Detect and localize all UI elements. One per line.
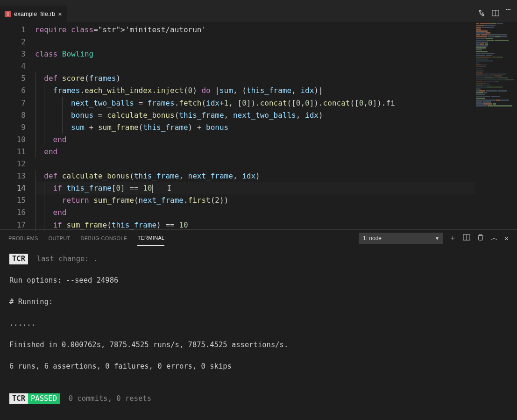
code-line[interactable]: end bbox=[35, 146, 517, 158]
new-terminal-icon[interactable]: ＋ bbox=[449, 234, 456, 242]
line-number: 3 bbox=[0, 48, 35, 60]
line-number: 9 bbox=[0, 121, 35, 134]
last-change-text: last change: . bbox=[37, 255, 98, 263]
code-line[interactable]: def calculate_bonus(this_frame, next_fra… bbox=[35, 170, 517, 182]
more-actions-icon[interactable]: ⋯ bbox=[506, 9, 511, 19]
kill-terminal-icon[interactable] bbox=[477, 234, 484, 243]
code-line[interactable] bbox=[35, 36, 517, 48]
bottom-panel: PROBLEMSOUTPUTDEBUG CONSOLETERMINAL 1: n… bbox=[0, 229, 517, 420]
editor-action-bar: ⋯ bbox=[478, 9, 517, 19]
line-number: 11 bbox=[0, 146, 35, 158]
code-line[interactable]: class Bowling bbox=[35, 48, 517, 60]
code-line[interactable]: bonus = calculate_bonus(this_frame, next… bbox=[35, 109, 517, 121]
split-terminal-icon[interactable] bbox=[463, 234, 470, 243]
line-number: 13 bbox=[0, 170, 35, 182]
line-number: 17 bbox=[0, 219, 35, 231]
line-number: 16 bbox=[0, 206, 35, 219]
line-number-gutter: 1234567891011121314151617 bbox=[0, 22, 35, 229]
line-number: 15 bbox=[0, 194, 35, 206]
running-header: # Running: bbox=[9, 297, 508, 307]
tcr-badge: TCR bbox=[9, 254, 28, 264]
ruby-file-icon bbox=[5, 11, 11, 17]
terminal-selector-label: 1: node bbox=[363, 235, 382, 242]
progress-dots: ...... bbox=[9, 318, 508, 329]
panel-tab-debug-console[interactable]: DEBUG CONSOLE bbox=[81, 231, 127, 246]
line-number: 8 bbox=[0, 109, 35, 121]
code-line[interactable]: sum + sum_frame(this_frame) + bonus bbox=[35, 121, 517, 134]
code-line[interactable]: next_two_balls = frames.fetch(idx+1, [0]… bbox=[35, 97, 517, 109]
code-line[interactable]: frames.each_with_index.inject(0) do |sum… bbox=[35, 85, 517, 97]
line-number: 14 bbox=[0, 182, 35, 194]
split-editor-icon[interactable] bbox=[492, 9, 499, 19]
code-line[interactable] bbox=[35, 158, 517, 170]
terminal-output[interactable]: TCR last change: . Run options: --seed 2… bbox=[0, 246, 517, 420]
code-content[interactable]: require class="str">'minitest/autorun'cl… bbox=[35, 22, 517, 229]
line-number: 2 bbox=[0, 36, 35, 48]
code-line[interactable]: end bbox=[35, 134, 517, 146]
code-line[interactable] bbox=[35, 60, 517, 72]
title-bar-spacer bbox=[0, 0, 517, 6]
maximize-panel-icon[interactable]: ︿ bbox=[491, 234, 498, 242]
line-number: 5 bbox=[0, 72, 35, 85]
tab-filename: example_file.rb bbox=[14, 10, 55, 17]
finished-line: Finished in 0.000762s, 7875.4525 runs/s,… bbox=[9, 340, 508, 350]
code-line[interactable]: require class="str">'minitest/autorun' bbox=[35, 24, 517, 36]
editor-tab-bar: example_file.rb × ⋯ bbox=[0, 6, 517, 22]
passed-badge: PASSED bbox=[28, 393, 60, 404]
line-number: 4 bbox=[0, 60, 35, 72]
line-number: 12 bbox=[0, 158, 35, 170]
source-control-icon[interactable] bbox=[478, 9, 485, 19]
editor-area[interactable]: 1234567891011121314151617 require class=… bbox=[0, 22, 517, 229]
run-options-line: Run options: --seed 24986 bbox=[9, 275, 508, 286]
close-panel-icon[interactable]: ✕ bbox=[504, 234, 509, 242]
code-line[interactable]: end bbox=[35, 206, 517, 219]
code-line[interactable]: def score(frames) bbox=[35, 72, 517, 85]
panel-tab-problems[interactable]: PROBLEMS bbox=[8, 231, 38, 246]
summary-line: 6 runs, 6 assertions, 0 failures, 0 erro… bbox=[9, 361, 508, 372]
line-number: 7 bbox=[0, 97, 35, 109]
code-line[interactable]: if sum_frame(this_frame) == 10 bbox=[35, 219, 517, 231]
editor-tab[interactable]: example_file.rb × bbox=[0, 6, 67, 22]
terminal-selector[interactable]: 1: node bbox=[359, 233, 443, 244]
panel-tab-bar: PROBLEMSOUTPUTDEBUG CONSOLETERMINAL 1: n… bbox=[0, 230, 517, 246]
minimap[interactable] bbox=[475, 22, 517, 229]
panel-tab-terminal[interactable]: TERMINAL bbox=[137, 230, 164, 246]
tcr-badge-2: TCR bbox=[9, 393, 28, 404]
commits-resets-text: 0 commits, 0 resets bbox=[69, 394, 151, 403]
line-number: 6 bbox=[0, 85, 35, 97]
close-tab-icon[interactable]: × bbox=[58, 10, 62, 18]
panel-tab-output[interactable]: OUTPUT bbox=[49, 231, 71, 246]
line-number: 10 bbox=[0, 134, 35, 146]
code-line[interactable]: return sum_frame(next_frame.first(2)) bbox=[35, 194, 517, 206]
line-number: 1 bbox=[0, 24, 35, 36]
code-line[interactable]: if this_frame[0] == 10 I bbox=[35, 182, 517, 194]
